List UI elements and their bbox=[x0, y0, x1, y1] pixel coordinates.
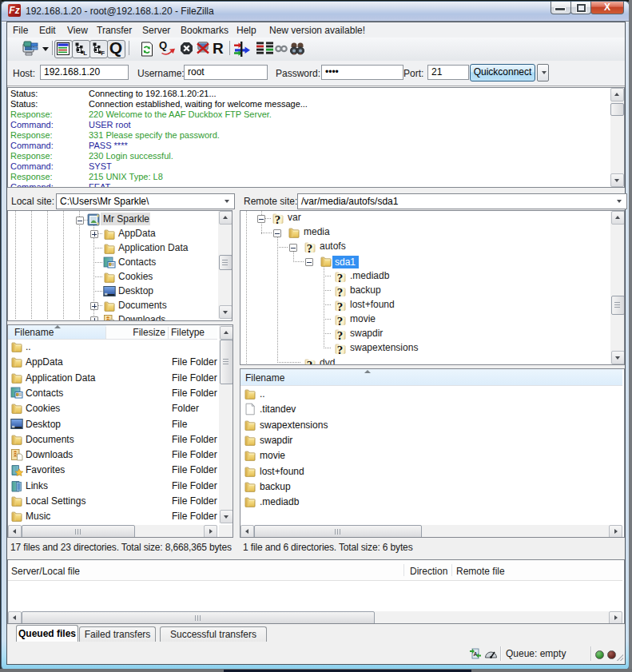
svg-text:F: F bbox=[101, 50, 105, 56]
svg-text:L: L bbox=[83, 50, 87, 56]
